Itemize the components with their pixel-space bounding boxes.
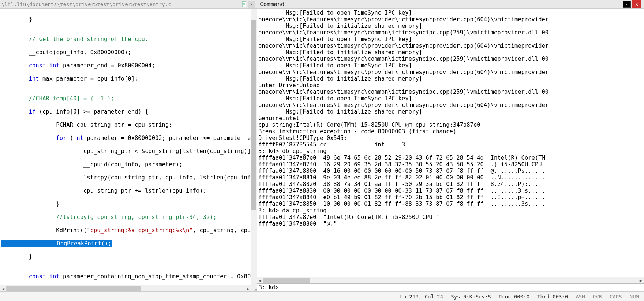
status-sys: Sys 0:KdSrv:S [447,292,495,301]
status-cursor-pos: Ln 219, Col 24 [396,292,447,301]
status-num[interactable]: NUM [626,292,643,301]
status-asm[interactable]: ASM [572,292,588,301]
output-line: Driver5test!CPUType+0x545: [258,135,643,141]
code-line: } [1,16,255,23]
horizontal-scrollbar[interactable]: ◄ ► ◢ [0,285,257,291]
status-ovr[interactable]: OVR [589,292,606,301]
code-line: } [1,253,255,260]
output-line: cpu_string:Intel(R) Core(TM□) i5-8250U C… [258,122,643,128]
output-line: ffffaa01`347a8820 38 88 7a 34 01 aa ff f… [258,181,643,187]
scroll-left-arrow-icon[interactable]: ◄ [0,286,6,291]
code-line: const int parameter_end = 0x80000004; [1,62,255,69]
scrollbar-thumb[interactable] [251,20,256,210]
output-line: 3: kd> db cpu_string [258,148,643,155]
code-line: //lstrcpy(g_cpu_string, cpu_string_ptr-3… [1,214,255,220]
code-line: PCHAR cpu_string_ptr = cpu_string; [1,122,255,128]
code-line: lstrcpy(cpu_string_ptr, cpu_info, lstrle… [1,174,255,181]
code-line: cpu_string_ptr += lstrlen(cpu_info); [1,187,255,194]
output-line: ffffaa01`347a87f0 16 29 20 69 35 2d 38 3… [258,161,643,168]
output-line: GenuineIntel [258,115,643,122]
output-line: Msg:[Failed to open TimeSync IPC key] [258,95,643,102]
output-line: Msg:[Failed to initialize shared memory] [258,108,643,115]
scroll-right-arrow-icon[interactable]: ► [246,286,251,291]
output-line: ffffaa01`347a8800 40 16 00 00 00 00 00 0… [258,168,643,174]
command-prompt-label: 3: kd> [259,284,278,291]
output-line: fffff807`87735545 cc int 3 [258,141,643,148]
code-line: const int parameter_containing_non_stop_… [1,273,255,280]
close-window-button[interactable]: ✕ [632,0,641,8]
scrollbar-thumb[interactable] [263,278,310,283]
output-line: Msg:[Failed to initialize shared memory] [258,75,643,82]
output-line: onecore\vm\ic\features\timesync\provider… [258,69,643,75]
status-thrd: Thrd 003:0 [533,292,572,301]
command-prompt-icon[interactable]: >_ [623,1,631,8]
output-line: 3: kd> da cpu_string [258,207,643,214]
source-pane: \lhl.liu\documents\test\driver5test\driv… [0,0,257,291]
code-line: cpu_string_ptr < &cpu_string[lstrlen(cpu… [1,148,255,155]
output-line: Break instruction exception - code 80000… [258,128,643,135]
svg-text:>_: >_ [625,3,629,6]
output-line: ffffaa01`347a8840 e0 b1 49 b9 01 82 ff f… [258,194,643,201]
source-file-path: \lhl.liu\documents\test\driver5test\driv… [1,1,239,7]
command-title: Command [260,1,623,8]
vertical-scrollbar[interactable] [251,9,257,285]
output-line: ffffaa01`347a8830 00 00 00 00 00 00 00 0… [258,187,643,194]
code-line: __cpuid(cpu_info, parameter); [1,161,255,168]
command-input[interactable] [280,284,642,291]
code-line: __cpuid(cpu_info, 0x80000000); [1,49,255,56]
document-icon [240,1,248,8]
output-line: Msg:[Failed to open TimeSync IPC key] [258,62,643,69]
output-line: onecore\vm\ic\features\timesync\common\i… [258,89,643,95]
output-line: ffffaa01`347a87e0 "Intel(R) Core(TM.) i5… [258,214,643,220]
code-line: for (int parameter = 0x80000002; paramet… [1,135,255,141]
output-line: onecore\vm\ic\features\timesync\common\i… [258,56,643,62]
scrollbar-thumb[interactable] [6,286,141,291]
output-line: Msg:[Failed to open TimeSync IPC key] [258,36,643,42]
output-line: ffffaa01`347a8850 10 00 00 00 01 82 ff f… [258,201,643,207]
output-line: ffffaa01`347a8810 9e 03 4e ee 88 2e ff f… [258,174,643,181]
output-line: onecore\vm\ic\features\timesync\provider… [258,42,643,49]
code-line: //CHAR temp[40] = { -1 }; [1,95,255,102]
scrollbar-track[interactable] [6,286,246,291]
output-line: Msg:[Failed to open TimeSync IPC key] [258,10,643,16]
command-pane: Command >_ ✕ Msg:[Failed to open TimeSyn… [257,0,644,291]
output-line: onecore\vm\ic\features\timesync\provider… [258,102,643,108]
code-line: int max_parameter = cpu_info[0]; [1,75,255,82]
code-line: KdPrint(("cpu_string:%s cpu_string:%x\n"… [1,227,255,234]
output-line: ffffaa01`347a87e0 49 6e 74 65 6c 28 52 2… [258,155,643,161]
output-line: Msg:[Failed to initialize shared memory] [258,49,643,56]
command-horizontal-scrollbar[interactable]: ◄ ► [257,277,644,283]
output-line: Msg:[Failed to initialize shared memory] [258,23,643,29]
output-line: onecore\vm\ic\features\timesync\common\i… [258,29,643,36]
status-proc: Proc 000:0 [495,292,533,301]
source-code-view[interactable]: } // Get the brand string of the cpu. __… [0,9,257,285]
code-line: if (cpu_info[0] >= parameter_end) { [1,108,255,115]
resize-grip-icon[interactable]: ◢ [251,286,257,291]
code-line: // Get the brand string of the cpu. [1,36,255,42]
command-output[interactable]: Msg:[Failed to open TimeSync IPC key]one… [257,9,644,277]
output-line: onecore\vm\ic\features\timesync\provider… [258,16,643,23]
output-line: Enter DriverUnload [258,82,643,89]
close-tab-button[interactable]: ✕ [248,1,255,8]
command-title-bar: Command >_ ✕ [257,0,644,9]
code-line: DbgBreakPoint(); [1,240,255,247]
source-title-bar: \lhl.liu\documents\test\driver5test\driv… [0,0,257,9]
scroll-right-arrow-icon[interactable]: ► [638,278,644,283]
status-bar: Ln 219, Col 24 Sys 0:KdSrv:S Proc 000:0 … [0,291,644,301]
scroll-left-arrow-icon[interactable]: ◄ [257,278,263,283]
command-input-row: 3: kd> [257,283,644,291]
code-line: } [1,201,255,207]
status-caps[interactable]: CAPS [606,292,626,301]
scrollbar-track[interactable] [263,278,638,283]
output-line: ffffaa01`347a8800 "@." [258,220,643,227]
